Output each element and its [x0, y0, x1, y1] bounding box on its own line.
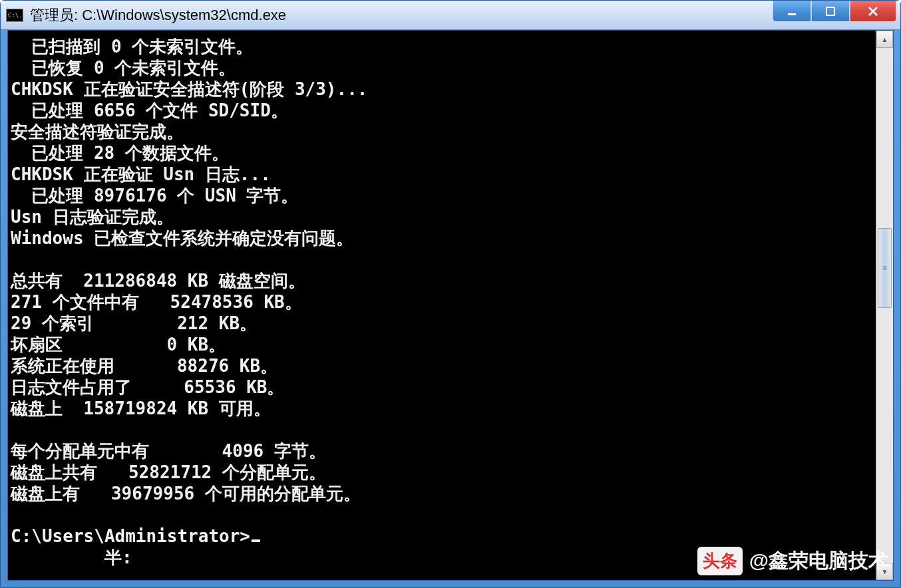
minimize-button[interactable]: [773, 1, 811, 22]
watermark-text: @鑫荣电脑技术: [749, 547, 888, 575]
titlebar[interactable]: C:\. 管理员: C:\Windows\system32\cmd.exe: [1, 1, 900, 30]
cmd-icon: C:\.: [6, 9, 23, 22]
vertical-scrollbar[interactable]: ▲ ▼: [876, 31, 893, 580]
cmd-window: C:\. 管理员: C:\Windows\system32\cmd.exe 已扫…: [0, 0, 901, 588]
scroll-track[interactable]: [876, 48, 893, 563]
close-button[interactable]: [850, 1, 896, 22]
window-title: 管理员: C:\Windows\system32\cmd.exe: [30, 5, 895, 25]
window-controls: [773, 1, 896, 22]
scroll-up-arrow-icon[interactable]: ▲: [876, 31, 893, 48]
content-area: 已扫描到 0 个未索引文件。 已恢复 0 个未索引文件。 CHKDSK 正在验证…: [7, 30, 894, 581]
watermark-logo: 头条: [697, 547, 743, 575]
terminal-output[interactable]: 已扫描到 0 个未索引文件。 已恢复 0 个未索引文件。 CHKDSK 正在验证…: [8, 31, 876, 580]
svg-rect-1: [826, 7, 834, 15]
maximize-button[interactable]: [811, 1, 850, 22]
svg-rect-0: [788, 13, 796, 15]
watermark: 头条 @鑫荣电脑技术: [697, 547, 888, 575]
scroll-thumb[interactable]: [878, 228, 892, 308]
